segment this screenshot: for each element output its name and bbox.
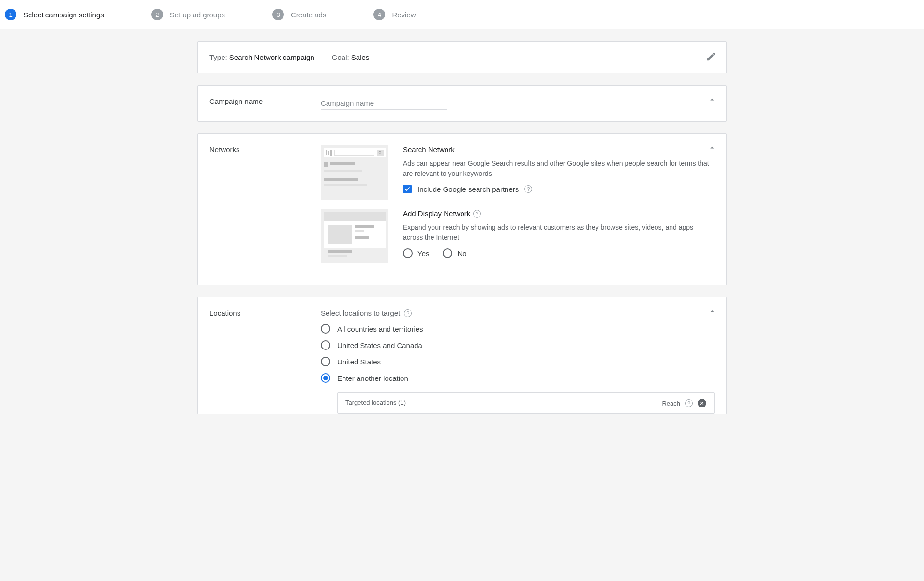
campaign-name-label: Campaign name — [209, 97, 321, 105]
stepper: 1 Select campaign settings 2 Set up ad g… — [0, 0, 924, 29]
radio-icon — [321, 324, 330, 334]
radio-icon — [321, 357, 330, 366]
step-divider — [232, 15, 266, 15]
search-network-desc: Ads can appear near Google Search result… — [403, 159, 715, 179]
search-network-title: Search Network — [403, 145, 715, 154]
location-option-us[interactable]: United States — [321, 357, 715, 366]
step-1[interactable]: 1 Select campaign settings — [5, 9, 104, 20]
display-network-title-text: Add Display Network — [403, 209, 470, 218]
display-network-thumb — [321, 209, 388, 263]
step-4-circle: 4 — [373, 9, 385, 20]
targeted-locations-header: Targeted locations (1) — [345, 399, 406, 407]
radio-icon — [321, 340, 330, 350]
networks-label: Networks — [209, 145, 321, 154]
campaign-name-input[interactable] — [321, 97, 447, 110]
help-icon[interactable]: ? — [404, 309, 412, 317]
goal-label: Goal: Sales — [332, 53, 370, 61]
help-icon[interactable]: ? — [473, 210, 481, 218]
collapse-icon[interactable] — [708, 95, 716, 105]
svg-line-1 — [381, 153, 382, 154]
locations-header: Select locations to target — [321, 309, 400, 317]
svg-point-0 — [379, 151, 381, 153]
display-network-desc: Expand your reach by showing ads to rele… — [403, 222, 715, 243]
display-yes-label: Yes — [417, 249, 429, 258]
radio-icon — [403, 248, 413, 258]
search-partners-checkbox[interactable] — [403, 185, 412, 193]
location-option-label: All countries and territories — [337, 325, 423, 333]
goal-key: Goal: — [332, 53, 349, 61]
help-icon[interactable]: ? — [685, 399, 693, 407]
step-4[interactable]: 4 Review — [373, 9, 416, 20]
location-option-label: Enter another location — [337, 374, 408, 382]
search-partners-label: Include Google search partners — [417, 185, 519, 193]
type-value: Search Network campaign — [229, 53, 314, 61]
type-key: Type: — [209, 53, 227, 61]
type-label: Type: Search Network campaign — [209, 53, 314, 61]
step-4-label: Review — [392, 11, 416, 19]
display-yes-radio[interactable]: Yes — [403, 248, 429, 258]
radio-icon — [443, 248, 452, 258]
content: Type: Search Network campaign Goal: Sale… — [194, 41, 730, 414]
networks-card: Networks — [197, 133, 727, 285]
display-no-radio[interactable]: No — [443, 248, 466, 258]
display-no-label: No — [457, 249, 466, 258]
location-option-label: United States — [337, 358, 381, 366]
display-network-row: Add Display Network ? Expand your reach … — [321, 209, 715, 263]
step-2-label: Set up ad groups — [170, 11, 225, 19]
close-icon[interactable] — [698, 399, 706, 407]
location-option-all[interactable]: All countries and territories — [321, 324, 715, 334]
step-2[interactable]: 2 Set up ad groups — [151, 9, 225, 20]
targeted-locations-box: Targeted locations (1) Reach ? — [337, 392, 715, 414]
step-2-circle: 2 — [151, 9, 163, 20]
step-1-circle: 1 — [5, 9, 16, 20]
radio-icon — [321, 373, 330, 383]
collapse-icon[interactable] — [708, 307, 716, 317]
collapse-icon[interactable] — [708, 144, 716, 154]
location-option-us-canada[interactable]: United States and Canada — [321, 340, 715, 350]
location-option-another[interactable]: Enter another location — [321, 373, 715, 383]
step-divider — [111, 15, 145, 15]
edit-icon[interactable] — [706, 51, 716, 63]
campaign-name-card: Campaign name — [197, 85, 727, 122]
step-3-circle: 3 — [272, 9, 284, 20]
step-3-label: Create ads — [291, 11, 326, 19]
step-3[interactable]: 3 Create ads — [272, 9, 326, 20]
locations-card: Locations Select locations to target ? A… — [197, 297, 727, 414]
display-network-title: Add Display Network ? — [403, 209, 715, 218]
reach-label: Reach — [662, 400, 680, 407]
goal-value: Sales — [351, 53, 370, 61]
help-icon[interactable]: ? — [524, 185, 532, 193]
type-goal-card: Type: Search Network campaign Goal: Sale… — [197, 41, 727, 73]
search-network-thumb — [321, 145, 388, 200]
search-network-row: Search Network Ads can appear near Googl… — [321, 145, 715, 200]
locations-label: Locations — [209, 309, 321, 317]
location-option-label: United States and Canada — [337, 341, 422, 349]
step-divider — [333, 15, 367, 15]
step-1-label: Select campaign settings — [23, 11, 104, 19]
